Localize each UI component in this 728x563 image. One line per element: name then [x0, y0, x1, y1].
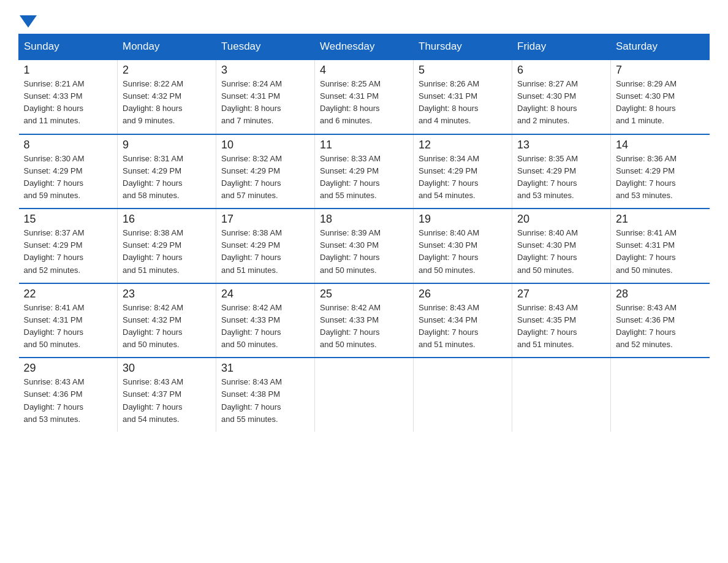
logo — [18, 12, 38, 28]
calendar-week-4: 22Sunrise: 8:41 AM Sunset: 4:31 PM Dayli… — [19, 283, 710, 358]
calendar-cell: 18Sunrise: 8:39 AM Sunset: 4:30 PM Dayli… — [315, 209, 414, 283]
calendar-cell: 17Sunrise: 8:38 AM Sunset: 4:29 PM Dayli… — [216, 209, 315, 283]
weekday-header-thursday: Thursday — [414, 34, 512, 60]
day-number: 18 — [320, 213, 408, 226]
day-number: 13 — [517, 139, 605, 151]
day-info: Sunrise: 8:32 AM Sunset: 4:29 PM Dayligh… — [221, 153, 309, 202]
calendar-table: SundayMondayTuesdayWednesdayThursdayFrid… — [18, 34, 710, 432]
calendar-cell: 28Sunrise: 8:43 AM Sunset: 4:36 PM Dayli… — [611, 283, 710, 358]
day-number: 20 — [517, 213, 605, 226]
day-info: Sunrise: 8:33 AM Sunset: 4:29 PM Dayligh… — [320, 153, 408, 202]
calendar-cell: 30Sunrise: 8:43 AM Sunset: 4:37 PM Dayli… — [118, 358, 216, 432]
day-info: Sunrise: 8:40 AM Sunset: 4:30 PM Dayligh… — [419, 227, 507, 277]
day-number: 2 — [123, 64, 211, 77]
calendar-week-1: 1Sunrise: 8:21 AM Sunset: 4:33 PM Daylig… — [19, 59, 710, 134]
page-header — [18, 12, 710, 28]
calendar-week-5: 29Sunrise: 8:43 AM Sunset: 4:36 PM Dayli… — [19, 358, 710, 432]
day-number: 31 — [221, 362, 309, 375]
day-number: 25 — [320, 288, 408, 301]
day-info: Sunrise: 8:43 AM Sunset: 4:35 PM Dayligh… — [517, 302, 605, 351]
day-number: 23 — [123, 288, 211, 301]
calendar-cell: 9Sunrise: 8:31 AM Sunset: 4:29 PM Daylig… — [118, 134, 216, 209]
calendar-cell: 13Sunrise: 8:35 AM Sunset: 4:29 PM Dayli… — [512, 134, 611, 209]
day-number: 17 — [221, 213, 309, 226]
weekday-header-tuesday: Tuesday — [216, 34, 315, 60]
day-info: Sunrise: 8:38 AM Sunset: 4:29 PM Dayligh… — [123, 227, 211, 277]
day-number: 28 — [616, 288, 705, 301]
weekday-header-friday: Friday — [512, 34, 611, 60]
calendar-cell: 16Sunrise: 8:38 AM Sunset: 4:29 PM Dayli… — [118, 209, 216, 283]
day-info: Sunrise: 8:43 AM Sunset: 4:38 PM Dayligh… — [221, 376, 309, 426]
calendar-cell: 3Sunrise: 8:24 AM Sunset: 4:31 PM Daylig… — [216, 59, 315, 134]
day-number: 12 — [419, 139, 507, 151]
calendar-cell: 24Sunrise: 8:42 AM Sunset: 4:33 PM Dayli… — [216, 283, 315, 358]
day-info: Sunrise: 8:26 AM Sunset: 4:31 PM Dayligh… — [419, 78, 507, 128]
calendar-cell: 14Sunrise: 8:36 AM Sunset: 4:29 PM Dayli… — [611, 134, 710, 209]
calendar-cell — [414, 358, 512, 432]
calendar-cell: 26Sunrise: 8:43 AM Sunset: 4:34 PM Dayli… — [414, 283, 512, 358]
day-number: 1 — [24, 64, 113, 77]
calendar-week-3: 15Sunrise: 8:37 AM Sunset: 4:29 PM Dayli… — [19, 209, 710, 283]
calendar-cell: 2Sunrise: 8:22 AM Sunset: 4:32 PM Daylig… — [118, 59, 216, 134]
day-number: 22 — [24, 288, 113, 301]
day-number: 27 — [517, 288, 605, 301]
calendar-cell: 25Sunrise: 8:42 AM Sunset: 4:33 PM Dayli… — [315, 283, 414, 358]
calendar-cell: 21Sunrise: 8:41 AM Sunset: 4:31 PM Dayli… — [611, 209, 710, 283]
day-info: Sunrise: 8:40 AM Sunset: 4:30 PM Dayligh… — [517, 227, 605, 277]
day-info: Sunrise: 8:29 AM Sunset: 4:30 PM Dayligh… — [616, 78, 705, 128]
day-number: 21 — [616, 213, 705, 226]
day-info: Sunrise: 8:31 AM Sunset: 4:29 PM Dayligh… — [123, 153, 211, 202]
day-info: Sunrise: 8:42 AM Sunset: 4:33 PM Dayligh… — [320, 302, 408, 351]
weekday-header-monday: Monday — [118, 34, 216, 60]
calendar-cell: 27Sunrise: 8:43 AM Sunset: 4:35 PM Dayli… — [512, 283, 611, 358]
calendar-cell: 19Sunrise: 8:40 AM Sunset: 4:30 PM Dayli… — [414, 209, 512, 283]
day-info: Sunrise: 8:35 AM Sunset: 4:29 PM Dayligh… — [517, 153, 605, 202]
calendar-week-2: 8Sunrise: 8:30 AM Sunset: 4:29 PM Daylig… — [19, 134, 710, 209]
calendar-cell: 8Sunrise: 8:30 AM Sunset: 4:29 PM Daylig… — [19, 134, 118, 209]
calendar-cell: 6Sunrise: 8:27 AM Sunset: 4:30 PM Daylig… — [512, 59, 611, 134]
day-info: Sunrise: 8:41 AM Sunset: 4:31 PM Dayligh… — [24, 302, 113, 351]
calendar-cell: 31Sunrise: 8:43 AM Sunset: 4:38 PM Dayli… — [216, 358, 315, 432]
calendar-cell: 4Sunrise: 8:25 AM Sunset: 4:31 PM Daylig… — [315, 59, 414, 134]
day-number: 4 — [320, 64, 408, 77]
day-info: Sunrise: 8:36 AM Sunset: 4:29 PM Dayligh… — [616, 153, 705, 202]
day-info: Sunrise: 8:21 AM Sunset: 4:33 PM Dayligh… — [24, 78, 113, 128]
day-number: 10 — [221, 139, 309, 151]
calendar-cell: 15Sunrise: 8:37 AM Sunset: 4:29 PM Dayli… — [19, 209, 118, 283]
calendar-cell: 22Sunrise: 8:41 AM Sunset: 4:31 PM Dayli… — [19, 283, 118, 358]
day-number: 30 — [123, 362, 211, 375]
day-number: 11 — [320, 139, 408, 151]
day-info: Sunrise: 8:42 AM Sunset: 4:32 PM Dayligh… — [123, 302, 211, 351]
day-info: Sunrise: 8:22 AM Sunset: 4:32 PM Dayligh… — [123, 78, 211, 128]
day-number: 24 — [221, 288, 309, 301]
calendar-cell — [315, 358, 414, 432]
day-number: 14 — [616, 139, 705, 151]
day-info: Sunrise: 8:25 AM Sunset: 4:31 PM Dayligh… — [320, 78, 408, 128]
calendar-cell — [512, 358, 611, 432]
day-number: 8 — [24, 139, 113, 151]
day-number: 5 — [419, 64, 507, 77]
day-number: 29 — [24, 362, 113, 375]
calendar-cell: 12Sunrise: 8:34 AM Sunset: 4:29 PM Dayli… — [414, 134, 512, 209]
weekday-header-row: SundayMondayTuesdayWednesdayThursdayFrid… — [19, 34, 710, 60]
weekday-header-saturday: Saturday — [611, 34, 710, 60]
day-info: Sunrise: 8:38 AM Sunset: 4:29 PM Dayligh… — [221, 227, 309, 277]
day-info: Sunrise: 8:41 AM Sunset: 4:31 PM Dayligh… — [616, 227, 705, 277]
day-info: Sunrise: 8:43 AM Sunset: 4:37 PM Dayligh… — [123, 376, 211, 426]
day-info: Sunrise: 8:43 AM Sunset: 4:34 PM Dayligh… — [419, 302, 507, 351]
calendar-cell: 11Sunrise: 8:33 AM Sunset: 4:29 PM Dayli… — [315, 134, 414, 209]
day-number: 15 — [24, 213, 113, 226]
day-number: 6 — [517, 64, 605, 77]
calendar-cell: 29Sunrise: 8:43 AM Sunset: 4:36 PM Dayli… — [19, 358, 118, 432]
calendar-cell: 10Sunrise: 8:32 AM Sunset: 4:29 PM Dayli… — [216, 134, 315, 209]
calendar-cell: 20Sunrise: 8:40 AM Sunset: 4:30 PM Dayli… — [512, 209, 611, 283]
calendar-cell — [611, 358, 710, 432]
day-number: 16 — [123, 213, 211, 226]
weekday-header-sunday: Sunday — [19, 34, 118, 60]
day-number: 26 — [419, 288, 507, 301]
day-info: Sunrise: 8:24 AM Sunset: 4:31 PM Dayligh… — [221, 78, 309, 128]
day-number: 9 — [123, 139, 211, 151]
calendar-cell: 7Sunrise: 8:29 AM Sunset: 4:30 PM Daylig… — [611, 59, 710, 134]
calendar-cell: 1Sunrise: 8:21 AM Sunset: 4:33 PM Daylig… — [19, 59, 118, 134]
day-info: Sunrise: 8:42 AM Sunset: 4:33 PM Dayligh… — [221, 302, 309, 351]
